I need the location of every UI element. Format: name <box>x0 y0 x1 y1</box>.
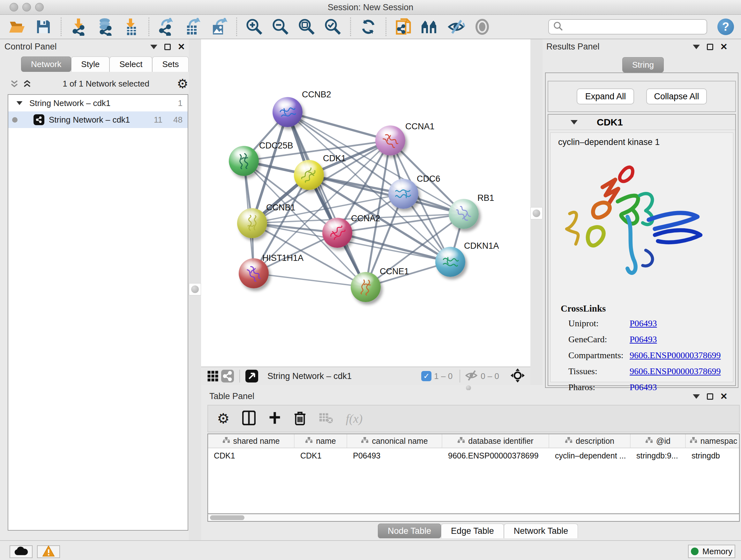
network-node-CCNB1[interactable] <box>237 208 267 238</box>
column-header-canonical-name[interactable]: canonical name <box>347 434 442 448</box>
column-header--id[interactable]: @id <box>630 434 686 448</box>
show-all-button[interactable] <box>473 18 491 36</box>
zoom-in-button[interactable] <box>246 18 263 36</box>
close-panel-icon[interactable]: ✕ <box>720 43 728 51</box>
cloud-status-button[interactable] <box>10 545 32 558</box>
protein-section-header[interactable]: CDK1 <box>548 115 735 130</box>
network-node-CDKN1A[interactable] <box>435 247 465 277</box>
tab-network-table[interactable]: Network Table <box>504 523 578 538</box>
collapse-collection-icon[interactable] <box>17 101 23 105</box>
tab-node-table[interactable]: Node Table <box>378 523 441 538</box>
apply-layout-button[interactable] <box>359 18 377 36</box>
hide-selected-button[interactable] <box>447 18 465 36</box>
add-column-icon[interactable] <box>268 411 281 427</box>
collapse-all-button[interactable]: Collapse All <box>646 88 706 105</box>
table-cell[interactable]: stringdb:9... <box>630 448 686 463</box>
expand-all-networks-icon[interactable] <box>22 79 32 88</box>
panel-menu-icon[interactable] <box>150 45 157 49</box>
tab-string[interactable]: String <box>622 57 664 72</box>
memory-button[interactable]: Memory <box>688 545 735 558</box>
table-row[interactable]: CDK1CDK1P064939606.ENSP00000378699cyclin… <box>208 448 739 463</box>
collapse-all-networks-icon[interactable] <box>10 79 19 88</box>
expand-all-button[interactable]: Expand All <box>577 88 634 105</box>
table-cell[interactable]: CDK1 <box>208 448 294 463</box>
network-node-CDK1[interactable] <box>294 160 324 190</box>
delete-column-trash-icon[interactable] <box>294 411 306 427</box>
network-node-RB1[interactable] <box>449 199 479 229</box>
import-network-button[interactable] <box>70 18 88 36</box>
detach-view-icon[interactable] <box>245 367 259 385</box>
table-cell[interactable]: 9606.ENSP00000378699 <box>442 448 549 463</box>
zoom-out-button[interactable] <box>272 18 289 36</box>
export-network-button[interactable] <box>158 18 176 36</box>
column-header-database-identifier[interactable]: database identifier <box>442 434 549 448</box>
open-session-button[interactable] <box>8 18 26 36</box>
window-title: Session: New Session <box>0 3 741 12</box>
network-node-CCNE1[interactable] <box>351 272 381 302</box>
left-splitter-handle[interactable] <box>189 283 201 295</box>
table-cell[interactable]: cyclin–dependent ... <box>549 448 630 463</box>
crosslink-link[interactable]: P06493 <box>630 318 657 328</box>
column-header-namespac[interactable]: namespac <box>686 434 740 448</box>
scrollbar-thumb[interactable] <box>210 515 245 520</box>
collapse-section-icon[interactable] <box>570 120 578 125</box>
birdseye-navigator-icon[interactable] <box>511 368 525 384</box>
network-node-CCNA2[interactable] <box>322 218 352 248</box>
tab-sets[interactable]: Sets <box>152 57 189 72</box>
close-panel-icon[interactable]: ✕ <box>178 43 185 51</box>
panel-menu-icon[interactable] <box>693 45 700 49</box>
toolbar-search[interactable] <box>548 19 707 35</box>
warning-status-button[interactable] <box>37 545 60 558</box>
gear-icon[interactable]: ⚙ <box>177 77 188 90</box>
node-table[interactable]: shared namenamecanonical namedatabase id… <box>207 434 740 514</box>
network-snapshot-button[interactable] <box>395 18 413 36</box>
horizontal-scrollbar[interactable] <box>207 514 740 522</box>
selected-nodes-checkbox-icon[interactable]: ✓ <box>421 371 431 381</box>
float-panel-icon[interactable] <box>164 44 171 50</box>
network-share-view-icon[interactable] <box>220 367 235 385</box>
network-node-CCNA1[interactable] <box>375 125 405 155</box>
zoom-selected-button[interactable] <box>324 18 342 36</box>
network-canvas[interactable]: CCNB2CCNA1CDC25BCDK1CDC6RB1CCNB1CCNA2CDK… <box>201 39 530 367</box>
column-header-name[interactable]: name <box>294 434 347 448</box>
network-node-CDC6[interactable] <box>388 179 418 209</box>
float-panel-icon[interactable] <box>707 44 713 50</box>
horizontal-splitter-handle[interactable] <box>466 385 471 390</box>
zoom-fit-button[interactable] <box>298 18 316 36</box>
export-table-button[interactable] <box>184 18 202 36</box>
column-header-shared-name[interactable]: shared name <box>208 434 294 448</box>
close-panel-icon[interactable]: ✕ <box>720 392 728 401</box>
float-panel-icon[interactable] <box>707 393 713 400</box>
panel-menu-icon[interactable] <box>693 394 700 399</box>
tab-edge-table[interactable]: Edge Table <box>441 523 504 538</box>
crosslink-link[interactable]: P06493 <box>630 334 657 345</box>
table-settings-gear-icon[interactable]: ⚙ <box>217 412 229 426</box>
crosslink-link[interactable]: 9606.ENSP00000378699 <box>630 366 721 376</box>
network-row[interactable]: String Network – cdk1 11 48 <box>8 111 188 128</box>
column-header-description[interactable]: description <box>549 434 630 448</box>
table-cell[interactable]: P06493 <box>347 448 442 463</box>
save-session-button[interactable] <box>35 18 52 36</box>
show-columns-icon[interactable] <box>242 411 256 427</box>
network-collection-row[interactable]: String Network – cdk1 1 <box>8 95 188 111</box>
tab-network[interactable]: Network <box>21 57 71 72</box>
hidden-eye-slash-icon[interactable] <box>465 370 478 382</box>
left-splitter[interactable] <box>189 39 201 540</box>
memory-label: Memory <box>702 547 732 557</box>
export-image-button[interactable] <box>210 18 228 36</box>
first-neighbors-button[interactable] <box>421 18 439 36</box>
grid-view-icon[interactable] <box>205 367 220 385</box>
table-cell[interactable]: CDK1 <box>294 448 347 463</box>
network-node-CDC25B[interactable] <box>229 146 259 176</box>
import-table-button[interactable] <box>122 18 140 36</box>
tab-select[interactable]: Select <box>110 57 152 72</box>
tab-style[interactable]: Style <box>71 57 110 72</box>
search-input[interactable] <box>563 22 701 32</box>
right-splitter-handle[interactable] <box>530 207 542 219</box>
crosslink-link[interactable]: 9606.ENSP00000378699 <box>630 350 721 361</box>
help-button[interactable]: ? <box>718 18 734 35</box>
table-cell[interactable]: stringdb <box>686 448 740 463</box>
import-network-from-database-button[interactable] <box>96 18 114 36</box>
network-node-CCNB2[interactable] <box>273 97 302 127</box>
network-edge[interactable] <box>254 273 366 287</box>
